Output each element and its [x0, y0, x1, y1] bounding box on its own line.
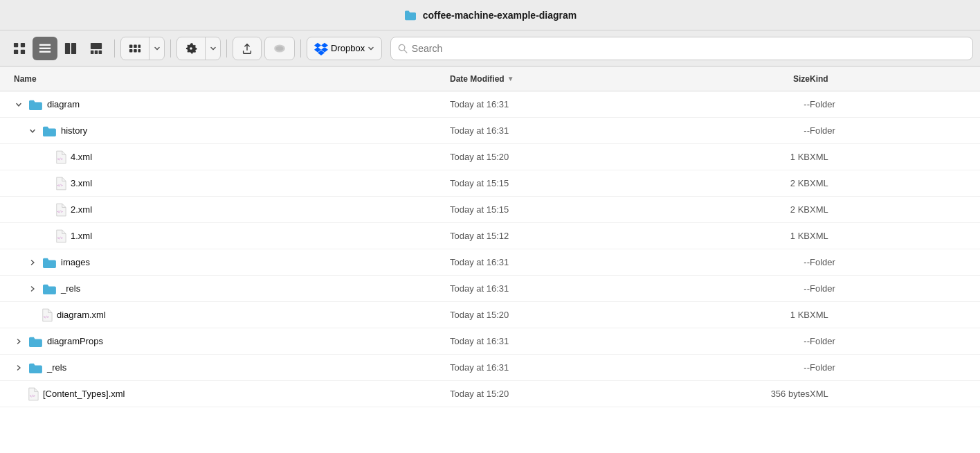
- xml-file-icon: </>: [55, 203, 66, 217]
- window-title: coffee-machine-example-diagram: [403, 10, 577, 21]
- svg-rect-13: [129, 44, 133, 48]
- search-input[interactable]: [412, 43, 965, 54]
- file-kind-cell: XML: [810, 178, 973, 188]
- xml-file-icon: </>: [55, 150, 66, 164]
- table-row[interactable]: _relsToday at 16:31--Folder: [0, 355, 980, 381]
- file-name-text: diagram.xml: [57, 310, 106, 320]
- file-date-cell: Today at 15:12: [450, 231, 678, 241]
- file-name-cell: history: [7, 125, 450, 137]
- group-by-button[interactable]: [120, 37, 165, 60]
- file-date-cell: Today at 15:15: [450, 204, 678, 215]
- svg-rect-9: [91, 42, 102, 48]
- action-main[interactable]: [177, 37, 205, 60]
- table-row[interactable]: </> 2.xmlToday at 15:152 KBXML: [0, 197, 980, 223]
- svg-rect-12: [99, 50, 102, 53]
- collapsed-toggle-icon[interactable]: [14, 337, 24, 346]
- svg-rect-14: [129, 48, 133, 52]
- svg-rect-3: [21, 49, 25, 53]
- file-date-cell: Today at 16:31: [450, 283, 678, 294]
- file-name-cell: </> 3.xml: [7, 177, 450, 190]
- svg-text:</>: </>: [57, 209, 63, 213]
- file-size-cell: 2 KB: [678, 204, 810, 215]
- tag-button[interactable]: [264, 37, 295, 60]
- xml-file-icon: </>: [28, 387, 39, 401]
- file-kind-cell: Folder: [810, 362, 973, 373]
- expanded-toggle-icon[interactable]: [14, 100, 24, 109]
- group-by-main[interactable]: [121, 37, 149, 60]
- collapsed-toggle-icon[interactable]: [14, 363, 24, 373]
- xml-file-icon: </>: [42, 308, 53, 322]
- share-button[interactable]: [233, 37, 262, 60]
- svg-rect-8: [71, 42, 76, 53]
- svg-rect-10: [91, 50, 94, 53]
- file-date-cell: Today at 15:20: [450, 310, 678, 320]
- file-kind-cell: Folder: [810, 336, 973, 346]
- icon-view-button[interactable]: [7, 37, 32, 60]
- file-name-cell: images: [7, 256, 450, 269]
- svg-rect-1: [21, 42, 25, 46]
- svg-text:</>: </>: [44, 314, 49, 318]
- file-size-cell: --: [678, 125, 810, 136]
- file-size-cell: 356 bytes: [678, 389, 810, 399]
- folder-icon: [42, 256, 57, 269]
- group-by-arrow[interactable]: [149, 37, 164, 60]
- svg-rect-7: [65, 42, 70, 53]
- list-view-button[interactable]: [33, 37, 57, 60]
- svg-line-22: [404, 50, 407, 53]
- svg-rect-4: [39, 44, 51, 45]
- table-row[interactable]: </> [Content_Types].xmlToday at 15:20356…: [0, 381, 980, 407]
- folder-icon: [28, 98, 43, 111]
- dropbox-icon: [314, 42, 328, 55]
- action-arrow[interactable]: [205, 37, 220, 60]
- xml-file-icon: </>: [55, 177, 66, 190]
- file-date-cell: Today at 16:31: [450, 99, 678, 109]
- file-size-cell: --: [678, 99, 810, 109]
- file-name-text: diagram: [47, 99, 80, 109]
- svg-rect-17: [138, 44, 141, 48]
- file-kind-cell: XML: [810, 231, 973, 241]
- file-name-text: 4.xml: [71, 152, 92, 162]
- dropbox-button[interactable]: Dropbox: [307, 37, 382, 60]
- svg-rect-6: [39, 51, 51, 52]
- svg-text:</>: </>: [57, 183, 63, 186]
- file-name-cell: _rels: [7, 283, 450, 295]
- table-row[interactable]: </> diagram.xmlToday at 15:201 KBXML: [0, 302, 980, 328]
- search-bar[interactable]: [390, 37, 973, 60]
- dropbox-label: Dropbox: [331, 43, 365, 53]
- collapsed-toggle-icon[interactable]: [28, 284, 37, 294]
- sort-arrow-icon: ▼: [507, 75, 514, 82]
- size-header[interactable]: Size: [678, 74, 810, 84]
- table-row[interactable]: diagramToday at 16:31--Folder: [0, 91, 980, 118]
- svg-rect-2: [14, 49, 18, 53]
- table-row[interactable]: historyToday at 16:31--Folder: [0, 118, 980, 144]
- date-modified-header[interactable]: Date Modified ▼: [450, 74, 678, 84]
- file-kind-cell: XML: [810, 389, 973, 399]
- file-kind-cell: Folder: [810, 125, 973, 136]
- table-row[interactable]: imagesToday at 16:31--Folder: [0, 249, 980, 276]
- file-name-cell: </> [Content_Types].xml: [7, 387, 450, 401]
- table-row[interactable]: </> 4.xmlToday at 15:201 KBXML: [0, 144, 980, 170]
- table-row[interactable]: diagramPropsToday at 16:31--Folder: [0, 328, 980, 355]
- collapsed-toggle-icon[interactable]: [28, 258, 37, 267]
- file-name-text: _rels: [61, 283, 80, 294]
- action-button[interactable]: [176, 37, 221, 60]
- view-mode-group: [7, 37, 109, 60]
- column-view-button[interactable]: [58, 37, 83, 60]
- kind-header[interactable]: Kind: [810, 74, 973, 84]
- svg-text:</>: </>: [57, 157, 63, 160]
- name-header[interactable]: Name: [7, 74, 450, 84]
- table-row[interactable]: </> 3.xmlToday at 15:152 KBXML: [0, 170, 980, 197]
- table-row[interactable]: </> 1.xmlToday at 15:121 KBXML: [0, 223, 980, 249]
- file-name-cell: _rels: [7, 362, 450, 374]
- expanded-toggle-icon[interactable]: [28, 126, 37, 136]
- svg-rect-5: [39, 47, 51, 48]
- separator-1: [114, 39, 115, 57]
- file-kind-cell: Folder: [810, 99, 973, 109]
- file-size-cell: --: [678, 336, 810, 346]
- search-icon: [398, 44, 408, 53]
- table-row[interactable]: _relsToday at 16:31--Folder: [0, 276, 980, 302]
- file-size-cell: 2 KB: [678, 178, 810, 188]
- gallery-view-button[interactable]: [84, 37, 109, 60]
- file-date-cell: Today at 15:15: [450, 178, 678, 188]
- separator-3: [226, 39, 227, 57]
